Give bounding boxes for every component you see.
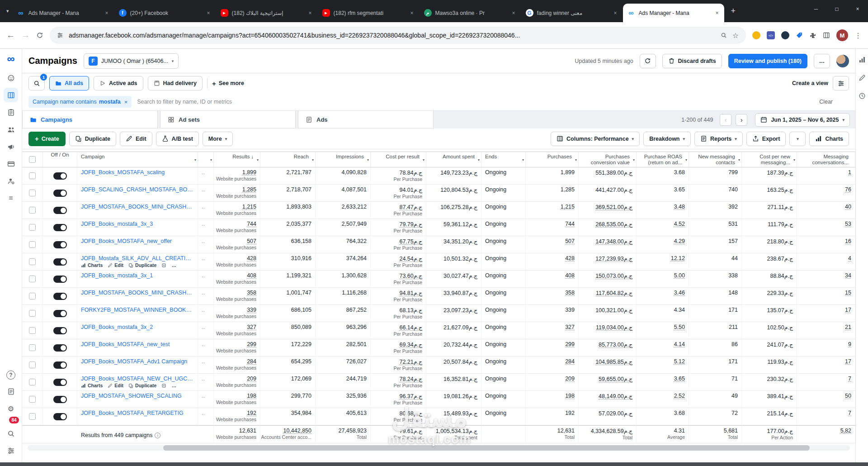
tag-extension-icon[interactable] <box>796 32 803 39</box>
column-header[interactable]: Purchase ROAS (return on ad...▾ <box>637 152 689 167</box>
campaign-toggle[interactable] <box>53 413 67 420</box>
column-header[interactable]: Reach▾ <box>260 152 316 167</box>
scrollbar-thumb[interactable] <box>163 445 810 451</box>
chevron-down-icon[interactable]: ▾ <box>312 157 314 162</box>
horizontal-scrollbar[interactable] <box>28 445 850 451</box>
info-icon[interactable]: i <box>155 433 160 438</box>
discard-drafts-button[interactable]: Discard drafts <box>662 54 722 68</box>
table-row[interactable]: JOFB_MOSTAFA_SHOWER_SCALING..198Website … <box>22 391 855 408</box>
chevron-down-icon[interactable]: ▾ <box>257 157 259 162</box>
table-row[interactable]: JOFB_Books_MOSTAFA_NEW_CH_UGC_TE...Chart… <box>22 374 855 391</box>
filter-all-ads[interactable]: All ads <box>49 76 89 90</box>
tab-close-icon[interactable]: × <box>206 10 211 16</box>
row-checkbox[interactable] <box>29 207 36 214</box>
campaign-toggle[interactable] <box>53 207 67 214</box>
chevron-down-icon[interactable]: ▾ <box>210 157 212 162</box>
browser-tab[interactable]: مMawso3a online · Pr× <box>420 4 521 22</box>
campaign-link[interactable]: JOFB_Books_mostafa_3x_1 <box>81 272 194 279</box>
row-checkbox[interactable] <box>29 413 36 420</box>
edit-panel-icon[interactable] <box>859 74 866 81</box>
export-button[interactable]: Export <box>746 132 786 146</box>
tab-close-icon[interactable]: × <box>511 10 516 16</box>
campaign-link[interactable]: JOFB_Books_MOSTAFA_new_test <box>81 341 194 347</box>
header-more-button[interactable]: … <box>814 54 830 68</box>
table-row[interactable]: JOFB_Books_MOSTAFA_new_offer..507Website… <box>22 236 855 253</box>
row-charts-button[interactable]: Charts <box>81 383 103 388</box>
campaign-toggle[interactable] <box>53 241 67 248</box>
row-checkbox[interactable] <box>29 310 36 317</box>
user-avatar[interactable] <box>836 55 849 67</box>
campaign-link[interactable]: JOFB_Mostafa_SILK_ADV_ALL_CREATIVES <box>81 255 194 262</box>
campaign-link[interactable]: JOFB_SCALING_CRASH_MOSTAFA_BOOKS <box>81 186 194 193</box>
campaign-toggle[interactable] <box>53 190 67 197</box>
nav-billing[interactable] <box>4 157 18 171</box>
view-settings-button[interactable] <box>833 76 849 90</box>
campaign-link[interactable]: JOFB_Books_MOSTAFA_NEW_CH_UGC_TE... <box>81 376 194 382</box>
preferences-button[interactable] <box>4 443 18 458</box>
search-filters-button[interactable]: 1 <box>28 76 45 90</box>
table-row[interactable]: JOFB_MOSTAFA_BOOKS_MINI_CRASH_4_8..1,215… <box>22 202 855 219</box>
results-value[interactable]: 1,285 <box>242 186 256 193</box>
chrome-profile-avatar[interactable]: M <box>836 29 848 41</box>
campaign-toggle[interactable] <box>53 327 67 334</box>
row-checkbox[interactable] <box>29 241 36 248</box>
row-checkbox[interactable] <box>29 344 36 351</box>
chevron-down-icon[interactable]: ▾ <box>793 157 795 162</box>
column-header[interactable]: Messaging conversations... <box>797 152 855 167</box>
results-value[interactable]: 198 <box>247 393 256 399</box>
row-frame-button[interactable] <box>161 383 166 388</box>
campaign-link[interactable]: JOFB_Books_MOSTAFA_scaling <box>81 169 194 176</box>
row-checkbox[interactable] <box>29 396 36 403</box>
edit-button[interactable]: Edit <box>120 132 152 146</box>
row-more-button[interactable]: … <box>171 262 176 268</box>
search-button[interactable] <box>4 426 18 441</box>
campaign-toggle[interactable] <box>53 224 67 231</box>
tab-close-icon[interactable]: × <box>308 10 313 16</box>
row-duplicate-button[interactable]: Duplicate <box>128 262 156 268</box>
campaign-link[interactable]: JOFB_Books_MOSTAFA_new_offer <box>81 238 194 244</box>
window-maximize-button[interactable]: □ <box>826 0 847 18</box>
tab-ads[interactable]: Ads <box>298 111 434 128</box>
table-row[interactable]: JOFB_Books_MOSTAFA_new_test..299Website … <box>22 339 855 357</box>
ab-test-button[interactable]: A/B test <box>156 132 199 146</box>
row-more-button[interactable]: … <box>171 383 176 388</box>
table-row[interactable]: JOFB_Books_MOSTAFA_Adv1 Campaign..284Web… <box>22 357 855 374</box>
settings-button[interactable]: ⚙ <box>4 401 18 416</box>
tab-close-icon[interactable]: × <box>410 10 415 16</box>
campaign-link[interactable]: JOFB_Books_mostafa_3x_2 <box>81 324 194 330</box>
row-checkbox[interactable] <box>29 224 36 231</box>
campaign-link[interactable]: JOFB_MOSTAFA_SHOWER_SCALING <box>81 393 194 399</box>
row-checkbox[interactable] <box>29 276 36 282</box>
column-header[interactable]: Amount spent▾ <box>426 152 481 167</box>
chevron-down-icon[interactable]: ▾ <box>575 157 577 162</box>
extension-icon-dark[interactable] <box>781 31 789 39</box>
chevron-down-icon[interactable]: ▾ <box>423 157 425 162</box>
results-value[interactable]: 358 <box>247 290 256 296</box>
window-minimize-button[interactable]: ─ <box>806 0 826 18</box>
results-value[interactable]: 507 <box>247 238 256 244</box>
row-edit-button[interactable]: Edit <box>108 262 123 268</box>
browser-tab[interactable]: ∞Ads Manager - Mana× <box>623 4 724 22</box>
campaign-toggle[interactable] <box>53 361 67 369</box>
table-row[interactable]: JOFB_Books_mostafa_3x_1..408Website purc… <box>22 271 855 288</box>
results-value[interactable]: 1,215 <box>242 204 256 210</box>
column-header[interactable]: Ends▾ <box>481 152 526 167</box>
breakdown-button[interactable]: Breakdown▾ <box>643 132 691 146</box>
column-header[interactable]: Cost per result▾ <box>371 152 426 167</box>
column-header[interactable]: Purchases▾ <box>526 152 579 167</box>
results-value[interactable]: 284 <box>247 358 256 365</box>
date-range-selector[interactable]: Jun 1, 2025 – Nov 6, 2025▾ <box>755 113 850 127</box>
browser-tab[interactable]: ▶(182) rfm segmentati× <box>318 4 419 22</box>
nav-reports[interactable] <box>4 105 18 119</box>
reload-button[interactable] <box>36 32 43 39</box>
row-checkbox[interactable] <box>29 379 36 385</box>
nav-pages[interactable] <box>4 384 18 399</box>
table-row[interactable]: JOFB_Books_MOSTAFA_scaling..1,899Website… <box>22 167 855 185</box>
chevron-down-icon[interactable]: ▾ <box>522 157 524 162</box>
select-all-checkbox[interactable] <box>29 156 36 163</box>
results-value[interactable]: 209 <box>247 376 256 382</box>
results-value[interactable]: 408 <box>247 272 256 279</box>
forward-button[interactable]: → <box>21 30 30 40</box>
url-bar[interactable]: adsmanager.facebook.com/adsmanager/manag… <box>50 27 746 44</box>
chevron-down-icon[interactable]: ▾ <box>738 157 740 162</box>
